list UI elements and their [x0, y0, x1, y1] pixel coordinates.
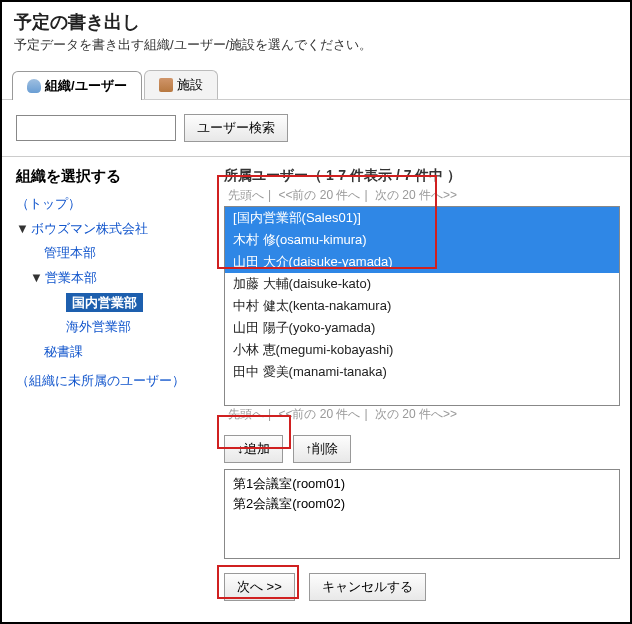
pager-next[interactable]: 次の 20 件へ>> — [375, 407, 457, 421]
pager-prev[interactable]: <<前の 20 件へ — [278, 188, 360, 202]
tree-top[interactable]: （トップ） — [16, 196, 81, 211]
tree-company[interactable]: ボウズマン株式会社 — [31, 221, 148, 236]
page-subtitle: 予定データを書き出す組織/ユーザー/施設を選んでください。 — [14, 36, 618, 54]
pager-first[interactable]: 先頭へ — [228, 407, 264, 421]
list-item[interactable]: 加藤 大輔(daisuke-kato) — [225, 273, 619, 295]
pager-first[interactable]: 先頭へ — [228, 188, 264, 202]
tree-sales-international[interactable]: 海外営業部 — [66, 319, 131, 334]
tree-caret-icon: ▼ — [30, 270, 43, 285]
pager-bottom: 先頭へ| <<前の 20 件へ| 次の 20 件へ>> — [224, 406, 620, 423]
search-input[interactable] — [16, 115, 176, 141]
tree-admin[interactable]: 管理本部 — [44, 245, 96, 260]
tree-sales-domestic[interactable]: 国内営業部 — [66, 293, 143, 312]
list-item[interactable]: [国内営業部(Sales01)] — [225, 207, 619, 229]
user-icon — [27, 79, 41, 93]
tree-unassigned[interactable]: （組織に未所属のユーザー） — [16, 373, 185, 388]
tab-org-user[interactable]: 組織/ユーザー — [12, 71, 142, 100]
tab-label: 施設 — [177, 76, 203, 94]
cancel-button[interactable]: キャンセルする — [309, 573, 426, 601]
tab-facility[interactable]: 施設 — [144, 70, 218, 99]
next-button[interactable]: 次へ >> — [224, 573, 295, 601]
delete-button[interactable]: ↑削除 — [293, 435, 352, 463]
list-item[interactable]: 第2会議室(room02) — [233, 494, 611, 514]
list-item[interactable]: 第1会議室(room01) — [233, 474, 611, 494]
tree-sales[interactable]: 営業本部 — [45, 270, 97, 285]
pager-prev[interactable]: <<前の 20 件へ — [278, 407, 360, 421]
pager-next[interactable]: 次の 20 件へ>> — [375, 188, 457, 202]
page-title: 予定の書き出し — [14, 10, 618, 34]
member-list-title: 所属ユーザー（ 1-7 件表示 / 7 件中 ） — [224, 167, 620, 185]
list-item[interactable]: 山田 大介(daisuke-yamada) — [225, 251, 619, 273]
list-item[interactable]: 中村 健太(kenta-nakamura) — [225, 295, 619, 317]
tree-caret-icon: ▼ — [16, 221, 29, 236]
tab-label: 組織/ユーザー — [45, 77, 127, 95]
facility-icon — [159, 78, 173, 92]
list-item[interactable]: 木村 修(osamu-kimura) — [225, 229, 619, 251]
org-tree: （トップ） ▼ボウズマン株式会社 管理本部 ▼営業本部 国内営業部 海外営業部 … — [16, 192, 210, 394]
list-item[interactable]: 田中 愛美(manami-tanaka) — [225, 361, 619, 383]
list-item[interactable]: 山田 陽子(yoko-yamada) — [225, 317, 619, 339]
add-button[interactable]: ↓追加 — [224, 435, 283, 463]
org-select-title: 組織を選択する — [16, 167, 210, 186]
tree-secretary[interactable]: 秘書課 — [44, 344, 83, 359]
tabs: 組織/ユーザー 施設 — [2, 60, 630, 100]
selected-listbox[interactable]: 第1会議室(room01) 第2会議室(room02) — [224, 469, 620, 559]
user-search-button[interactable]: ユーザー検索 — [184, 114, 288, 142]
user-listbox[interactable]: [国内営業部(Sales01)] 木村 修(osamu-kimura) 山田 大… — [224, 206, 620, 406]
pager-top: 先頭へ| <<前の 20 件へ| 次の 20 件へ>> — [224, 187, 620, 204]
list-item[interactable]: 小林 恵(megumi-kobayashi) — [225, 339, 619, 361]
